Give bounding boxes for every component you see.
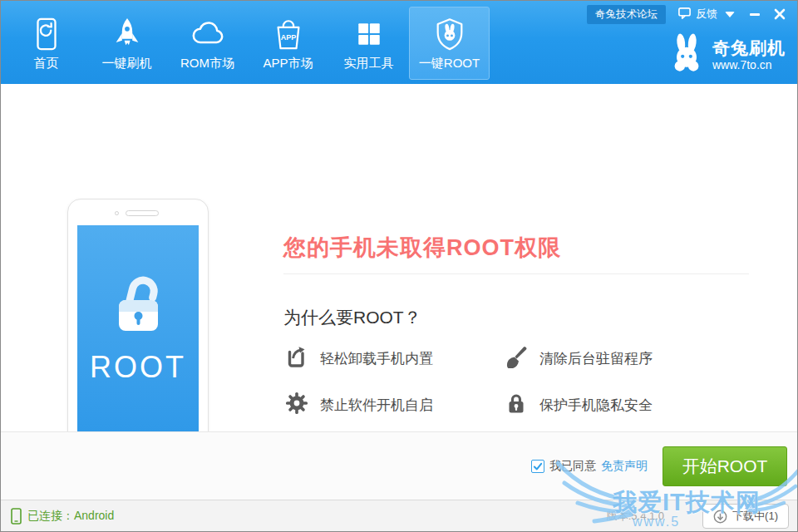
unlocked-padlock-icon bbox=[103, 268, 173, 342]
feature-label: 禁止软件开机自启 bbox=[320, 396, 433, 415]
feature-autostart: 禁止软件开机自启 bbox=[285, 392, 505, 418]
main-nav: 首页 一键刷机 ROM市场 APP APP市场 bbox=[6, 7, 490, 80]
gear-icon bbox=[285, 392, 308, 418]
shield-rabbit-icon bbox=[432, 14, 467, 54]
brand-text: 奇兔刷机 www.7to.cn bbox=[712, 38, 786, 72]
agree-checkbox[interactable] bbox=[531, 460, 544, 473]
grid-icon bbox=[352, 14, 386, 54]
download-button[interactable]: 下载中(1) bbox=[702, 504, 789, 529]
feedback-button[interactable]: 反馈 bbox=[677, 6, 717, 22]
feature-uninstall: 轻松卸载手机内置 bbox=[285, 345, 505, 372]
main-content: ROOT 您的手机未取得ROOT权限 为什么要ROOT？ 轻松卸载手机内置 bbox=[1, 84, 798, 431]
status-right: 版本:5.4.1.0 下载中(1) bbox=[607, 504, 789, 529]
tab-flash[interactable]: 一键刷机 bbox=[86, 7, 167, 80]
tab-rom-market[interactable]: ROM市场 bbox=[167, 7, 248, 80]
svg-text:APP: APP bbox=[280, 33, 296, 42]
connection-text: 已连接：Android bbox=[27, 509, 114, 524]
tab-label: APP市场 bbox=[263, 56, 313, 71]
feature-label: 轻松卸载手机内置 bbox=[320, 349, 433, 368]
tab-label: 一键刷机 bbox=[102, 56, 152, 71]
why-root-heading: 为什么要ROOT？ bbox=[283, 306, 421, 329]
close-button[interactable] bbox=[767, 5, 792, 23]
check-icon bbox=[533, 461, 543, 471]
lock-icon bbox=[505, 392, 528, 418]
tab-label: 一键ROOT bbox=[419, 56, 480, 71]
tab-label: 首页 bbox=[34, 56, 59, 71]
home-refresh-icon bbox=[29, 14, 64, 54]
close-icon bbox=[774, 8, 786, 20]
minimize-button[interactable] bbox=[742, 5, 767, 23]
tab-root[interactable]: 一键ROOT bbox=[409, 7, 490, 80]
action-bar: 我已同意 免责声明 开始ROOT bbox=[1, 431, 798, 500]
rocket-icon bbox=[110, 14, 145, 54]
connection-status: 已连接：Android bbox=[11, 508, 114, 525]
phone-speaker bbox=[126, 210, 159, 216]
feature-privacy: 保护手机隐私安全 bbox=[505, 392, 744, 418]
feature-list: 轻松卸载手机内置 清除后台驻留程序 禁止软件开机自启 保护手机隐私安全 bbox=[285, 345, 744, 418]
page-title: 您的手机未取得ROOT权限 bbox=[283, 233, 561, 263]
phone-camera-dot bbox=[115, 211, 119, 215]
phone-screen: ROOT bbox=[77, 225, 199, 442]
rabbit-logo-icon bbox=[667, 32, 706, 77]
tab-label: 实用工具 bbox=[344, 56, 394, 71]
menu-caret-button[interactable] bbox=[717, 5, 742, 23]
app-window: 首页 一键刷机 ROM市场 APP APP市场 bbox=[0, 0, 798, 532]
brand-logo: 奇兔刷机 www.7to.cn bbox=[667, 32, 786, 77]
clean-brush-icon bbox=[505, 345, 528, 372]
tab-app-market[interactable]: APP APP市场 bbox=[248, 7, 328, 80]
agree-label: 我已同意 bbox=[549, 459, 596, 474]
disclaimer-link[interactable]: 免责声明 bbox=[601, 459, 648, 474]
title-divider bbox=[283, 273, 749, 274]
connected-phone-icon bbox=[11, 508, 22, 525]
forum-button[interactable]: 奇兔技术论坛 bbox=[587, 5, 666, 24]
brand-name: 奇兔刷机 bbox=[712, 38, 786, 58]
minimize-icon bbox=[750, 13, 760, 16]
tab-home[interactable]: 首页 bbox=[6, 7, 86, 80]
chevron-down-icon bbox=[725, 12, 735, 17]
version-text: 版本:5.4.1.0 bbox=[607, 509, 664, 524]
screen-root-label: ROOT bbox=[90, 350, 186, 385]
feature-label: 保护手机隐私安全 bbox=[539, 396, 653, 415]
tab-tools[interactable]: 实用工具 bbox=[328, 7, 409, 80]
feature-label: 清除后台驻留程序 bbox=[539, 349, 653, 368]
titlebar-controls: 奇兔技术论坛 反馈 bbox=[587, 5, 792, 23]
tab-label: ROM市场 bbox=[180, 56, 234, 71]
header: 首页 一键刷机 ROM市场 APP APP市场 bbox=[1, 1, 798, 84]
start-root-button[interactable]: 开始ROOT bbox=[663, 446, 787, 486]
status-bar: 已连接：Android 版本:5.4.1.0 下载中(1) bbox=[1, 500, 798, 532]
feature-clean: 清除后台驻留程序 bbox=[505, 345, 744, 372]
brand-site: www.7to.cn bbox=[712, 58, 786, 72]
feedback-label: 反馈 bbox=[696, 7, 717, 22]
uninstall-icon bbox=[285, 345, 308, 372]
cloud-icon bbox=[190, 14, 226, 54]
app-bag-icon: APP bbox=[271, 14, 306, 54]
speech-bubble-icon bbox=[677, 6, 692, 22]
download-icon bbox=[713, 510, 727, 524]
download-label: 下载中(1) bbox=[732, 509, 778, 524]
agreement-group: 我已同意 免责声明 bbox=[531, 459, 648, 474]
